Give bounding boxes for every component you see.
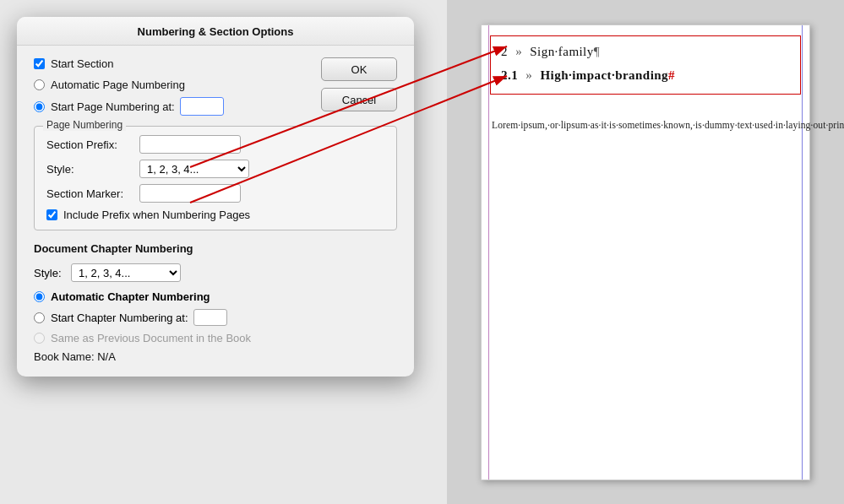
start-section-checkbox[interactable] [34, 58, 45, 69]
include-prefix-label: Include Prefix when Numbering Pages [63, 209, 250, 221]
style-row: Style: 1, 2, 3, 4... [46, 160, 384, 178]
chapter-numbering-title: Document Chapter Numbering [34, 242, 397, 255]
cancel-button[interactable]: Cancel [321, 88, 397, 111]
chapter-style-label: Style: [34, 267, 71, 279]
section-marker-row: Section Marker: 2 [46, 184, 384, 203]
button-column: OK Cancel [321, 57, 397, 111]
same-as-prev-radio [34, 333, 45, 344]
heading1-pilcrow: ¶ [594, 45, 600, 58]
heading-selection-box: 2 » Sign·family¶ 2.1 » High·impact·brand… [490, 35, 801, 95]
page-numbering-group-title: Page Numbering [43, 119, 126, 131]
heading-line-2: 2.1 » High·impact·branding# [501, 68, 675, 83]
ok-button[interactable]: OK [321, 57, 397, 81]
book-name-value: N/A [97, 350, 116, 363]
chapter-style-row: Style: 1, 2, 3, 4... [34, 263, 397, 282]
auto-chapter-label: Automatic Chapter Numbering [51, 290, 210, 303]
start-chapter-label: Start Chapter Numbering at: [51, 312, 188, 324]
book-name-row: Book Name: N/A [34, 350, 397, 363]
auto-chapter-row: Automatic Chapter Numbering [34, 290, 397, 303]
start-page-numbering-label: Start Page Numbering at: [51, 100, 175, 113]
heading2-text: High·impact·branding [540, 68, 668, 82]
start-page-numbering-radio[interactable] [34, 101, 45, 112]
page-numbering-group: Page Numbering Section Prefix: 2. Style:… [34, 126, 397, 230]
heading2-num: 2.1 [501, 68, 518, 82]
heading1-arrow: » [515, 45, 522, 58]
dialog: Numbering & Section Options OK Cancel St… [17, 17, 414, 377]
auto-page-numbering-radio[interactable] [34, 79, 45, 90]
section-prefix-input[interactable]: 2. [139, 135, 241, 154]
book-name-label: Book Name: [34, 350, 95, 363]
section-prefix-label: Section Prefix: [46, 138, 139, 151]
body-text: Lorem·ipsum,·or·lipsum·as·it·is·sometime… [492, 118, 799, 133]
heading1-num: 2 [501, 45, 508, 58]
chapter-style-select[interactable]: 1, 2, 3, 4... [71, 263, 181, 282]
heading1-text: Sign·family [530, 45, 593, 58]
style-label: Style: [46, 163, 139, 176]
document-page: 2 » Sign·family¶ 2.1 » High·impact·brand… [481, 24, 810, 480]
include-prefix-row: Include Prefix when Numbering Pages [46, 209, 384, 221]
start-page-value[interactable]: 1 [180, 97, 224, 116]
document-area: 2 » Sign·family¶ 2.1 » High·impact·brand… [447, 0, 844, 504]
auto-chapter-radio[interactable] [34, 291, 45, 302]
style-select[interactable]: 1, 2, 3, 4... [139, 160, 249, 178]
margin-line-right [802, 25, 803, 480]
section-marker-input[interactable]: 2 [139, 184, 241, 203]
heading-line-1: 2 » Sign·family¶ [501, 45, 600, 59]
heading2-arrow: » [525, 68, 532, 82]
same-as-prev-label: Same as Previous Document in the Book [51, 332, 251, 344]
start-section-label: Start Section [51, 57, 113, 70]
include-prefix-checkbox[interactable] [46, 209, 57, 220]
section-marker-label: Section Marker: [46, 187, 139, 200]
auto-page-numbering-label: Automatic Page Numbering [51, 79, 185, 91]
same-as-prev-row: Same as Previous Document in the Book [34, 332, 397, 344]
start-chapter-radio[interactable] [34, 312, 45, 323]
start-chapter-input[interactable]: 1 [193, 309, 227, 326]
start-chapter-row: Start Chapter Numbering at: 1 [34, 309, 397, 326]
dialog-title: Numbering & Section Options [17, 17, 414, 46]
heading2-hash: # [668, 68, 675, 82]
section-prefix-row: Section Prefix: 2. [46, 135, 384, 154]
margin-line-left [488, 25, 489, 480]
